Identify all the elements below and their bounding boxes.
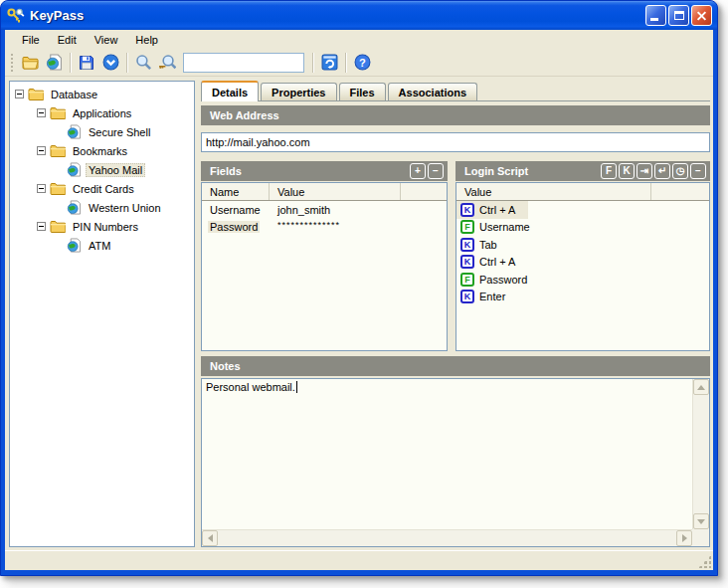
tree-item-applications[interactable]: Applications — [10, 103, 194, 122]
script-step[interactable]: K Enter — [456, 289, 709, 306]
title-bar: KeyPass — [1, 1, 717, 30]
horizontal-scrollbar[interactable] — [202, 529, 692, 546]
field-value-masked: ************** — [270, 220, 401, 230]
scrollbar-corner — [692, 529, 709, 546]
tab-files[interactable]: Files — [339, 83, 386, 100]
insert-delay-button[interactable]: ◷ — [672, 163, 688, 179]
tree-item-credit-cards[interactable]: Credit Cards — [10, 179, 194, 198]
toolbar-separator — [312, 53, 313, 73]
menu-view[interactable]: View — [86, 32, 127, 48]
tree-item-label-selected: Yahoo Mail — [86, 163, 145, 177]
menu-edit[interactable]: Edit — [49, 32, 86, 48]
tab-details[interactable]: Details — [201, 81, 259, 101]
tab-properties[interactable]: Properties — [261, 83, 336, 100]
script-step[interactable]: K Ctrl + A — [456, 254, 709, 272]
tree-item-database[interactable]: Database — [10, 85, 194, 103]
tree-item-secure-shell[interactable]: Secure Shell — [10, 122, 194, 141]
folder-icon — [50, 106, 66, 119]
field-icon: F — [460, 220, 474, 234]
key-icon: K — [460, 290, 474, 303]
script-step[interactable]: K Ctrl + A — [456, 201, 709, 219]
key-icon: K — [460, 255, 474, 269]
keys-icon — [7, 8, 25, 24]
minimize-button[interactable] — [645, 5, 666, 26]
script-step-label: Username — [479, 221, 530, 233]
keypass-window: KeyPass File Edit View Help — [0, 0, 718, 576]
search-icon[interactable] — [131, 51, 155, 75]
field-value: john_smith — [270, 204, 401, 216]
collapse-icon[interactable] — [37, 146, 46, 155]
insert-field-button[interactable]: F — [601, 163, 617, 179]
field-row-username[interactable]: Username john_smith — [202, 202, 447, 218]
commit-icon[interactable] — [98, 51, 122, 75]
window-title: KeyPass — [30, 8, 645, 23]
new-web-entry-icon[interactable] — [42, 51, 66, 75]
search-input[interactable] — [183, 53, 304, 73]
script-column-value[interactable]: Value — [456, 183, 651, 200]
notes-header: Notes — [201, 356, 710, 376]
tree-item-atm[interactable]: ATM — [10, 236, 194, 255]
field-name: Username — [202, 204, 270, 216]
tree-item-bookmarks[interactable]: Bookmarks — [10, 141, 194, 160]
fields-header: Fields + − — [201, 161, 448, 181]
vertical-scrollbar[interactable] — [692, 379, 709, 529]
scroll-right-icon[interactable] — [676, 530, 692, 546]
status-bar — [5, 550, 713, 570]
collapse-icon[interactable] — [37, 108, 46, 117]
tree-item-western-union[interactable]: Western Union — [10, 198, 194, 217]
scroll-down-icon[interactable] — [693, 513, 709, 529]
auto-type-icon[interactable] — [317, 51, 341, 75]
tree-item-label: PIN Numbers — [70, 220, 141, 234]
collapse-icon[interactable] — [37, 222, 46, 231]
key-icon: K — [460, 238, 474, 252]
toolbar-separator — [126, 53, 127, 73]
notes-text: Personal webmail. — [206, 381, 295, 393]
tree-item-label: Applications — [70, 106, 134, 120]
toolbar-separator — [345, 53, 346, 73]
notes-textarea[interactable]: Personal webmail. — [201, 378, 710, 547]
web-address-input[interactable] — [201, 132, 710, 152]
toolbar-separator — [70, 53, 71, 73]
script-step[interactable]: F Username — [456, 219, 709, 237]
collapse-icon[interactable] — [15, 90, 24, 98]
insert-key-button[interactable]: K — [619, 163, 635, 179]
save-icon[interactable] — [75, 51, 98, 75]
tree-item-pin-numbers[interactable]: PIN Numbers — [10, 217, 194, 236]
fields-column-name[interactable]: Name — [202, 183, 270, 200]
folder-icon — [50, 144, 66, 157]
entry-tree: Database Applications Secure Shell — [9, 81, 195, 547]
script-step-label: Ctrl + A — [479, 256, 515, 268]
find-entry-icon[interactable] — [155, 51, 179, 75]
insert-tab-button[interactable]: ⇥ — [637, 163, 652, 179]
script-step[interactable]: K Tab — [456, 236, 709, 254]
menu-file[interactable]: File — [13, 32, 49, 48]
field-row-password[interactable]: Password ************** — [202, 219, 447, 235]
script-step[interactable]: F Password — [456, 271, 709, 289]
tree-item-yahoo-mail[interactable]: Yahoo Mail — [10, 160, 194, 179]
open-database-icon[interactable] — [18, 51, 42, 75]
tree-item-label: Credit Cards — [70, 182, 137, 196]
text-caret — [296, 381, 297, 393]
remove-step-button[interactable]: − — [690, 163, 706, 179]
tab-associations[interactable]: Associations — [388, 83, 477, 100]
resize-grip[interactable] — [698, 555, 711, 568]
remove-field-button[interactable]: − — [428, 163, 444, 179]
field-icon: F — [460, 273, 474, 287]
key-icon: K — [460, 203, 474, 217]
web-entry-icon — [67, 238, 82, 253]
web-entry-icon — [67, 200, 82, 215]
insert-enter-button[interactable]: ↵ — [654, 163, 670, 179]
help-icon[interactable]: ? — [350, 51, 374, 75]
add-field-button[interactable]: + — [410, 163, 426, 179]
toolbar: ? — [5, 49, 713, 77]
folder-icon — [50, 182, 66, 195]
menu-help[interactable]: Help — [126, 32, 167, 48]
fields-column-value[interactable]: Value — [270, 183, 401, 200]
toolbar-grip[interactable] — [10, 53, 14, 73]
scroll-up-icon[interactable] — [693, 379, 709, 395]
tree-item-label: Database — [48, 88, 100, 101]
close-button[interactable] — [691, 5, 712, 26]
maximize-button[interactable] — [668, 5, 689, 26]
scroll-left-icon[interactable] — [202, 530, 218, 546]
collapse-icon[interactable] — [37, 184, 46, 193]
